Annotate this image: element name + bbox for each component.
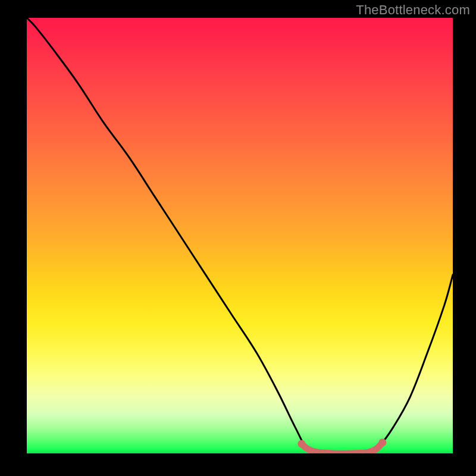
curve-layer xyxy=(27,18,453,453)
watermark-text: TheBottleneck.com xyxy=(356,2,470,18)
plot-area xyxy=(27,18,453,453)
bottleneck-curve xyxy=(27,18,453,453)
chart-container: TheBottleneck.com xyxy=(0,0,476,476)
optimal-band-dot-right xyxy=(378,439,386,446)
optimal-band-dot-left xyxy=(298,440,305,447)
optimal-band-marker xyxy=(302,443,383,453)
